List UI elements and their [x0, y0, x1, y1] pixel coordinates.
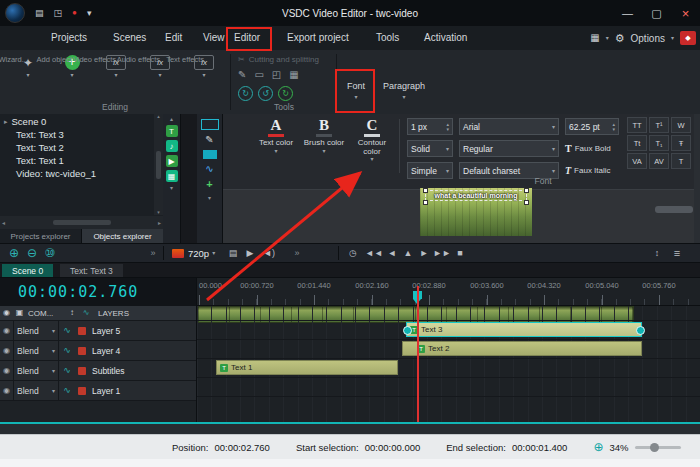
toolbar-scroll-up-icon[interactable]: ▴: [170, 116, 173, 122]
quick-access-caret-icon[interactable]: ▾: [87, 9, 92, 18]
add-audio-icon[interactable]: ♪: [166, 140, 178, 152]
eye-column-icon[interactable]: ◉: [0, 309, 13, 317]
sort-icon[interactable]: ↕: [66, 309, 78, 317]
contour-color-button[interactable]: C Contour color ▾: [349, 117, 395, 175]
layout-caret-icon[interactable]: ▾: [606, 35, 609, 41]
filled-rect-tool-icon[interactable]: [203, 150, 217, 159]
toolbar-scroll-down-icon[interactable]: ▾: [170, 185, 173, 191]
tree-item-text3[interactable]: Text: Text 3: [0, 128, 163, 141]
sort-layers-icon[interactable]: ↕: [650, 244, 664, 262]
select-rect-icon[interactable]: ▭: [254, 70, 263, 80]
eye-icon[interactable]: ◉: [0, 367, 13, 375]
outline-mode-select[interactable]: Simple ▾: [407, 162, 453, 179]
gear-icon[interactable]: ⚙: [615, 33, 625, 44]
tab-scene0[interactable]: Scene 0: [2, 264, 53, 277]
clock-icon[interactable]: ◷: [346, 244, 360, 262]
add-text-icon[interactable]: T: [166, 125, 178, 137]
effects-cell[interactable]: [75, 367, 89, 375]
selection-handle[interactable]: [524, 188, 529, 193]
kerning-icon[interactable]: VA: [627, 153, 647, 169]
add-image-icon[interactable]: ▦: [166, 170, 178, 182]
layer-name[interactable]: Layer 5: [89, 326, 196, 336]
text-effects-button[interactable]: fx Text effects ▾: [182, 52, 226, 100]
track-row-layer5[interactable]: ◉ Blend▾ ∿ Layer 5: [0, 321, 196, 341]
crop-icon[interactable]: ◰: [272, 70, 281, 80]
add-video-icon[interactable]: ▶: [166, 155, 178, 167]
save-icon[interactable]: ▤: [35, 9, 44, 18]
stepper-arrows[interactable]: ▴ ▾: [612, 122, 615, 132]
layers-column-header[interactable]: LAYERS: [94, 309, 196, 318]
scroll-up-icon[interactable]: ▴: [157, 114, 160, 119]
brush-color-button[interactable]: B Brush color ▾: [301, 117, 347, 175]
menu-edit[interactable]: Edit: [160, 27, 187, 49]
waveform-icon[interactable]: ∿: [59, 366, 75, 375]
outline-width-stepper[interactable]: 1 px ▴ ▾: [407, 118, 453, 135]
paragraph-dropdown-button[interactable]: Paragraph ▾: [378, 70, 430, 110]
layer-name[interactable]: Layer 1: [89, 386, 196, 396]
font-weight-select[interactable]: Regular ▾: [459, 140, 559, 157]
menu-tools[interactable]: Tools: [371, 27, 404, 49]
text-color-button[interactable]: A Text color ▾: [253, 117, 299, 175]
eye-icon[interactable]: ◉: [0, 347, 13, 355]
selection-handle[interactable]: [423, 200, 428, 205]
film-strip-icon[interactable]: ▤: [226, 244, 240, 262]
tab-text3[interactable]: Text: Text 3: [60, 264, 123, 277]
clip-trim-handle-left[interactable]: [403, 326, 412, 335]
eye-icon[interactable]: ◉: [0, 387, 13, 395]
font-family-select[interactable]: Arial ▾: [459, 118, 559, 135]
toolbar-scroll-down-icon[interactable]: ▾: [208, 195, 211, 201]
preview-play-button[interactable]: ▶: [244, 244, 256, 262]
explorer-vertical-scrollbar[interactable]: ▴ ▾: [154, 114, 163, 215]
track-row-layer1[interactable]: ◉ Blend▾ ∿ Layer 1: [0, 381, 196, 401]
stepper-arrows[interactable]: ▴ ▾: [446, 122, 449, 132]
waveform-icon[interactable]: ∿: [59, 346, 75, 355]
rectangle-tool-icon[interactable]: [201, 119, 219, 130]
tree-item-text1[interactable]: Text: Text 1: [0, 154, 163, 167]
tree-item-text2[interactable]: Text: Text 2: [0, 141, 163, 154]
uppercase-icon[interactable]: TT: [627, 117, 647, 133]
scene-tree-root[interactable]: ▸ Scene 0: [0, 114, 163, 128]
tree-item-video[interactable]: Video: twc-video_1: [0, 167, 163, 180]
effects-cell[interactable]: [75, 347, 89, 355]
step-back-button[interactable]: ◄: [386, 244, 398, 262]
timeline-clip-area[interactable]: T Text 3 T Text 2 T Text 1: [197, 306, 700, 422]
scroll-down-icon[interactable]: ▾: [157, 210, 160, 215]
minimize-button[interactable]: —: [613, 0, 642, 26]
outline-style-select[interactable]: Solid ▾: [407, 140, 453, 157]
menu-scenes[interactable]: Scenes: [108, 27, 151, 49]
selection-handle[interactable]: [524, 200, 529, 205]
tree-expand-icon[interactable]: ▸: [4, 118, 8, 125]
tab-projects-explorer[interactable]: Projects explorer: [0, 229, 82, 243]
waveform-icon[interactable]: ∿: [59, 386, 75, 395]
spin-down-icon[interactable]: ▾: [612, 127, 615, 132]
fast-forward-button[interactable]: ►►: [434, 244, 450, 262]
lowercase-icon[interactable]: Tt: [627, 135, 647, 151]
composition-column-header[interactable]: COM...: [26, 309, 66, 318]
faux-bold-toggle[interactable]: T Faux Bold: [565, 140, 619, 157]
rotate-ccw-button[interactable]: ↺: [258, 86, 273, 101]
pencil-tool-icon[interactable]: ✎: [205, 135, 213, 145]
width-scale-icon[interactable]: W: [671, 117, 691, 133]
timeline-ruler[interactable]: 00.000 00:00.720 00:01.440 00:02.160 00:…: [197, 278, 700, 306]
app-logo-icon[interactable]: [5, 3, 25, 23]
zoom-preset-button[interactable]: ⑩: [42, 244, 58, 262]
font-size-stepper[interactable]: 62.25 pt ▴ ▾: [565, 118, 619, 135]
move-up-button[interactable]: ▲: [402, 244, 414, 262]
tab-objects-explorer[interactable]: Objects explorer: [82, 229, 164, 243]
menu-projects[interactable]: Projects: [46, 27, 92, 49]
timeline-menu-icon[interactable]: ≡: [670, 244, 684, 262]
close-button[interactable]: ×: [671, 0, 700, 26]
scrollbar-thumb[interactable]: [156, 151, 161, 179]
rotate-cw-button[interactable]: ↻: [238, 86, 253, 101]
eye-icon[interactable]: ◉: [0, 327, 13, 335]
superscript-icon[interactable]: T¹: [649, 117, 669, 133]
subscript-icon[interactable]: T₁: [649, 135, 669, 151]
stop-button[interactable]: ■: [454, 244, 466, 262]
layer-name[interactable]: Layer 4: [89, 346, 196, 356]
resize-icon[interactable]: ▦: [289, 70, 298, 80]
clip-text1[interactable]: T Text 1: [216, 360, 398, 375]
playhead-line[interactable]: [417, 286, 419, 422]
scroll-left-icon[interactable]: ◂: [2, 220, 5, 226]
menu-export-project[interactable]: Export project: [282, 27, 354, 49]
scrollbar-thumb[interactable]: [53, 220, 111, 225]
